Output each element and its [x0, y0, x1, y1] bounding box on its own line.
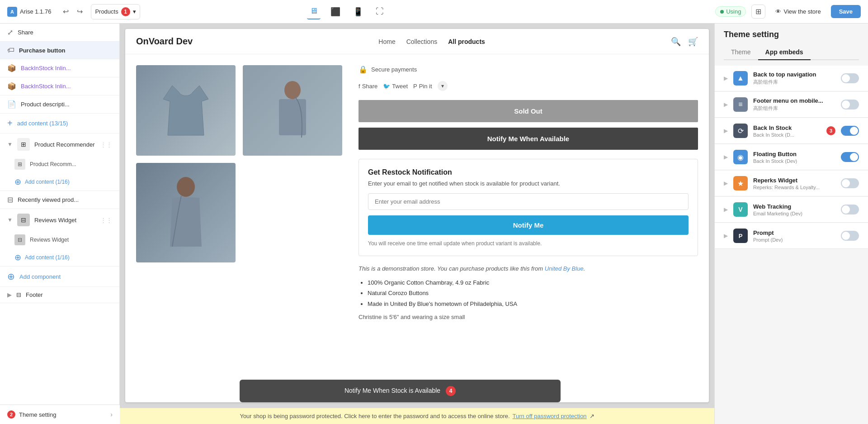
- tab-theme[interactable]: Theme: [724, 45, 758, 60]
- right-sidebar: Theme setting Theme App embeds ▶ ▲ Back …: [714, 24, 868, 424]
- restock-notify-button[interactable]: Notify Me: [368, 215, 689, 235]
- nav-collections[interactable]: Collections: [406, 38, 437, 45]
- back-to-top-icon: ▲: [733, 71, 748, 86]
- tablet-icon[interactable]: ⬛: [328, 4, 343, 19]
- main-layout: ⤢ Share 🏷 Purchase button 📦 BackInStock …: [0, 24, 868, 424]
- facebook-share[interactable]: f Share: [359, 83, 377, 90]
- search-icon[interactable]: 🔍: [671, 37, 681, 47]
- redo-button[interactable]: ↪: [74, 5, 85, 18]
- reviews-widget-child-label: Reviews Widget: [30, 237, 69, 243]
- reperks-icon: ★: [733, 176, 748, 191]
- sidebar-group-header-reviews-widget[interactable]: ▼ ⊟ Reviews Widget ⋮⋮: [0, 209, 119, 231]
- sidebar-item-share[interactable]: ⤢ Share: [0, 24, 119, 42]
- back-to-top-text: Back to top navigation 高阶组件库: [753, 71, 835, 86]
- template-selector[interactable]: Products 1 ▾: [91, 4, 140, 19]
- floating-button-expand[interactable]: ▶: [724, 154, 728, 160]
- product-note: Christine is 5'6" and wearing a size sma…: [359, 314, 698, 320]
- sidebar-item-recently-viewed[interactable]: ⊟ Recently viewed prod...: [0, 191, 119, 209]
- sidebar-item-add-content[interactable]: + add content (13/15): [0, 114, 119, 133]
- reperks-expand[interactable]: ▶: [724, 180, 728, 186]
- back-to-top-sub: 高阶组件库: [753, 79, 835, 86]
- sidebar-child-product-recomm[interactable]: ⊞ Product Recomm...: [7, 155, 119, 173]
- woman-svg-1: [268, 79, 317, 142]
- turn-off-protection-link[interactable]: Turn off password protection: [513, 413, 587, 419]
- sidebar-add-component[interactable]: ⊕ Add component: [0, 267, 119, 287]
- right-sidebar-tabs: Theme App embeds: [724, 45, 859, 60]
- view-store-button[interactable]: 👁 View the store: [771, 5, 825, 18]
- sidebar-item-footer[interactable]: ▶ ⊟ Footer: [0, 287, 119, 303]
- product-bullets: 100% Organic Cotton Chambray, 4.9 oz Fab…: [359, 277, 698, 309]
- mobile-icon[interactable]: 📱: [350, 4, 366, 19]
- device-switcher: 🖥 ⬛ 📱 ⛶: [307, 4, 387, 19]
- web-tracking-expand[interactable]: ▶: [724, 206, 728, 213]
- product-desc-text: This is a demonstration store. You can p…: [359, 265, 545, 272]
- social-expand-btn[interactable]: ▾: [438, 81, 448, 91]
- bullet-3: Made in United By Blue's hometown of Phi…: [368, 299, 698, 309]
- sidebar-item-backinstockinlin1-label: BackInStock Inlin...: [21, 65, 112, 71]
- product-link[interactable]: United By Blue: [545, 265, 584, 272]
- right-sidebar-title: Theme setting: [724, 30, 859, 39]
- save-button[interactable]: Save: [831, 5, 861, 18]
- prompt-expand[interactable]: ▶: [724, 233, 728, 239]
- password-bar-text: Your shop is being password protected. C…: [240, 413, 509, 419]
- restock-email-input[interactable]: [368, 193, 689, 210]
- reviews-widget-label: Reviews Widget: [34, 217, 76, 224]
- back-in-stock-badge: 3: [826, 126, 835, 135]
- cart-icon[interactable]: 🛒: [688, 37, 698, 47]
- footer-icon-box: ⊟: [16, 291, 21, 298]
- store-nav: Home Collections All products: [378, 38, 485, 45]
- back-to-top-toggle[interactable]: [841, 73, 859, 83]
- template-label: Products: [95, 8, 118, 15]
- secure-payments-label: Secure payments: [371, 66, 417, 73]
- reviews-collapse-icon: ▼: [7, 217, 13, 223]
- add-1-icon: ⊕: [14, 177, 21, 187]
- sidebar-add-content-2[interactable]: ⊕ Add content (1/16): [7, 249, 119, 266]
- product-image-2: [243, 65, 342, 156]
- sidebar-add-content-1[interactable]: ⊕ Add content (1/16): [7, 173, 119, 191]
- fullscreen-icon[interactable]: ⛶: [373, 4, 387, 19]
- desktop-icon[interactable]: 🖥: [307, 4, 321, 19]
- sold-out-button[interactable]: Sold Out: [359, 100, 698, 122]
- product-images-row-1: [136, 65, 344, 156]
- footer-menu-toggle[interactable]: [841, 100, 859, 110]
- pinterest-share[interactable]: P Pin it: [413, 83, 432, 90]
- web-tracking-toggle[interactable]: [841, 205, 859, 214]
- back-in-stock-expand[interactable]: ▶: [724, 128, 728, 134]
- back-in-stock-sub: Back In Stock (D...: [753, 132, 821, 138]
- embed-item-reperks: ▶ ★ Reperks Widget Reperks: Rewards & Lo…: [715, 171, 868, 196]
- reperks-toggle[interactable]: [841, 178, 859, 188]
- sidebar-item-backinstockinlin2[interactable]: 📦 BackInStock Inlin...: [0, 77, 119, 95]
- nav-home[interactable]: Home: [378, 38, 395, 45]
- app-logo: A Arise 1.1.76: [7, 7, 51, 17]
- prompt-toggle[interactable]: [841, 231, 859, 241]
- tab-app-embeds[interactable]: App embeds: [758, 45, 811, 60]
- notify-me-available-button[interactable]: Notify Me When Available: [359, 128, 698, 150]
- prompt-text: Prompt Prompt (Dev): [753, 229, 835, 243]
- footer-menu-expand[interactable]: ▶: [724, 101, 728, 108]
- restock-note: You will receive one time email update w…: [368, 240, 689, 247]
- embed-item-prompt: ▶ P Prompt Prompt (Dev): [715, 223, 868, 249]
- floating-button-toggle[interactable]: [841, 152, 859, 162]
- password-bar: Your shop is being password protected. C…: [120, 408, 714, 424]
- sidebar-group-header-product-recommender[interactable]: ▼ ⊞ Product Recommender ⋮⋮: [0, 133, 119, 155]
- sidebar-item-add-content-label: add content (13/15): [17, 120, 112, 127]
- sidebar-item-purchase-button[interactable]: 🏷 Purchase button: [0, 42, 119, 59]
- sidebar-item-product-desc[interactable]: 📄 Product descripti...: [0, 95, 119, 114]
- back-to-top-expand[interactable]: ▶: [724, 75, 728, 81]
- right-sidebar-content: ▶ ▲ Back to top navigation 高阶组件库 ▶ ≡ Foo…: [715, 60, 868, 424]
- nav-all-products[interactable]: All products: [448, 38, 485, 45]
- grid-icon-button[interactable]: ⊞: [751, 5, 765, 19]
- woman-svg-2: [156, 174, 215, 251]
- sidebar-child-reviews-widget[interactable]: ⊟ Reviews Widget: [7, 231, 119, 249]
- undo-button[interactable]: ↩: [60, 5, 71, 18]
- back-in-stock-name: Back In Stock: [753, 124, 821, 131]
- view-store-label: View the store: [783, 8, 821, 15]
- product-image-1: [136, 65, 236, 156]
- product-desc-icon: 📄: [7, 100, 16, 109]
- product-images: [136, 65, 344, 320]
- sidebar-footer[interactable]: 2 Theme setting ›: [0, 405, 120, 424]
- sidebar-item-backinstockinlin1[interactable]: 📦 BackInStock Inlin...: [0, 59, 119, 77]
- back-in-stock-toggle[interactable]: [841, 126, 859, 136]
- sidebar-item-backinstockinlin2-label: BackInStock Inlin...: [21, 83, 112, 90]
- twitter-share[interactable]: 🐦 Tweet: [383, 83, 408, 90]
